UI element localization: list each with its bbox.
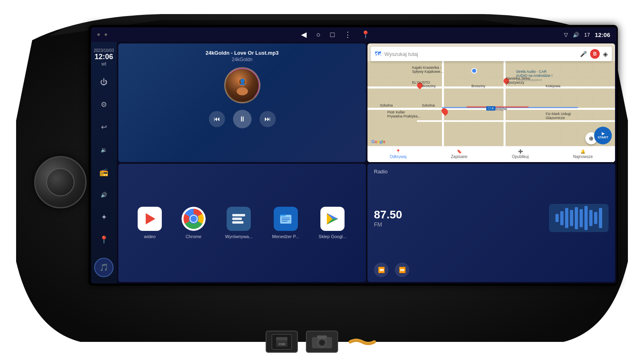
radio-bar-9 (594, 212, 597, 224)
radio-bar-2 (560, 211, 564, 225)
radio-title: Radio (374, 169, 609, 175)
app-sklep[interactable]: Sklep Googl... (319, 207, 347, 239)
map-label-szkolna1: Szkolna (380, 103, 393, 107)
map-tab-opublikuj[interactable]: ➕ Opublikuj (512, 149, 529, 159)
map-search-bar[interactable]: 🗺 Wyszukaj tutaj 🎤 B ◈ (371, 47, 612, 61)
prev-button[interactable]: ⏮ (209, 111, 225, 127)
radio-frequency: 87.50 (374, 208, 402, 221)
app-icon-wideo (138, 207, 162, 231)
radio-next-button[interactable]: ⏩ (395, 263, 409, 277)
app-wyrownywarka[interactable]: Wyrównywa... (225, 207, 252, 239)
map-pin-kajaki (471, 68, 477, 74)
sidebar-power[interactable]: ⏻ (97, 75, 111, 89)
left-knob[interactable] (34, 156, 87, 208)
radio-bar-7 (584, 206, 588, 230)
map-user-avatar[interactable]: B (590, 49, 600, 59)
svg-rect-8 (232, 214, 245, 216)
map-label-kajaki: Kajaki Krasieńka -Spływy Kajakowe... (412, 66, 444, 74)
map-background: Kajaki Krasieńka -Spływy Kajakowe... Dan… (367, 61, 615, 146)
menu-button[interactable]: ⋮ (344, 30, 351, 39)
app-label-menedzer: Menedżer P... (272, 234, 299, 239)
thumbnail-sdcard: 2GB (266, 331, 298, 353)
app-label-chrome: Chrome (186, 234, 201, 239)
app-icon-wyrownywarka (227, 207, 251, 231)
voice-button-sidebar[interactable]: 🎵 (94, 258, 114, 277)
sidebar-back[interactable]: ↩ (97, 120, 111, 134)
home-button[interactable]: ○ (316, 31, 321, 39)
radio-bar-1 (555, 214, 559, 222)
radio-prev-button[interactable]: ⏪ (374, 263, 388, 277)
pause-button[interactable]: ⏸ (233, 110, 252, 128)
left-knob-inner (46, 168, 74, 196)
sidebar-volume-down[interactable]: 🔉 (97, 142, 111, 157)
music-title: 24kGoldn - Love Or Lust.mp3 (206, 50, 279, 56)
map-search-placeholder: Wyszukaj tutaj (384, 51, 577, 57)
map-tab-odkrywaj[interactable]: 📍 Odkrywaj (390, 149, 407, 159)
map-mic-icon[interactable]: 🎤 (580, 51, 587, 57)
svg-rect-17 (276, 337, 287, 340)
status-time: 12:06 (595, 31, 610, 38)
radio-freq-area: 87.50 FM (374, 208, 402, 228)
sidebar-location[interactable]: 📍 (97, 232, 111, 247)
radio-visualizer (549, 204, 609, 232)
back-button[interactable]: ◀ (301, 30, 307, 39)
app-wideo[interactable]: wideo (138, 207, 162, 239)
status-dot-1 (97, 33, 100, 36)
map-label-szkolna2: Szkolna (422, 103, 435, 107)
thumbnails: 2GB (266, 331, 378, 353)
svg-text:2GB: 2GB (279, 342, 285, 346)
sidebar-date-display: 2023/10/03 12:06 wt (94, 48, 114, 67)
radio-bar-3 (565, 208, 568, 228)
map-road-h1 (367, 86, 615, 88)
status-left (97, 33, 107, 36)
map-krasiejow-badge: ⬡ K (486, 106, 495, 111)
svg-rect-12 (280, 215, 286, 216)
map-road-v1 (442, 61, 444, 146)
map-compass-icon[interactable]: ◈ (603, 50, 608, 58)
thumbnail-cables (346, 331, 378, 353)
svg-rect-22 (317, 335, 327, 339)
svg-rect-10 (232, 221, 244, 224)
progress-ring (225, 68, 260, 103)
app-label-wyrownywarka: Wyrównywa... (225, 234, 252, 239)
map-google-icon: 🗺 (375, 50, 381, 58)
sidebar-volume-up[interactable]: 🔊 (97, 187, 111, 202)
app-chrome[interactable]: Chrome (182, 207, 206, 239)
radio-bar-4 (570, 210, 573, 226)
status-dot-2 (105, 33, 107, 36)
map-tab-najnowsze[interactable]: 🔔 Najnowsze (573, 149, 593, 159)
map-bottom-bar: 📍 Odkrywaj 🔖 Zapisane ➕ Opublikuj 🔔 Najn… (367, 146, 615, 162)
map-tab-zapisane[interactable]: 🔖 Zapisane (451, 149, 467, 159)
app-icon-menedzer (274, 207, 298, 231)
volume-level: 17 (584, 32, 590, 38)
map-panel: 🗺 Wyszukaj tutaj 🎤 B ◈ (367, 43, 615, 162)
app-label-wideo: wideo (144, 234, 156, 239)
status-bar: ◀ ○ □ ⋮ 📍 ▽ 🔊 17 12:06 (91, 27, 617, 42)
sidebar-settings[interactable]: ⚙ (97, 97, 111, 112)
radio-band: FM (374, 221, 402, 228)
radio-bar-6 (580, 209, 583, 227)
main-content: 24kGoldn - Love Or Lust.mp3 24kGoldn 👤 ⏮… (117, 42, 617, 284)
map-label-strefa: Strefa Audio - CARAUDIO na Androidzie !O… (516, 70, 553, 82)
next-button[interactable]: ⏭ (260, 111, 276, 127)
sidebar-radio[interactable]: 📻 (97, 165, 111, 179)
radio-bar-8 (589, 210, 592, 226)
thumbnail-camera (306, 331, 338, 353)
wifi-icon: ▽ (564, 32, 568, 38)
svg-point-7 (190, 216, 197, 222)
location-nav-button[interactable]: 📍 (361, 30, 370, 39)
apps-panel: wideo (118, 164, 366, 282)
app-icon-sklep (320, 207, 345, 231)
music-controls: ⏮ ⏸ ⏭ (209, 110, 276, 128)
radio-controls: ⏪ ⏩ (374, 263, 609, 277)
radio-bar-5 (575, 207, 578, 229)
sidebar-bluetooth[interactable]: ✦ (97, 210, 111, 224)
sidebar: 2023/10/03 12:06 wt ⏻ ⚙ ↩ 🔉 📻 🔊 ✦ 📍 🎵 (91, 42, 117, 284)
recent-button[interactable]: □ (330, 31, 335, 39)
sdcard-icon: 2GB (272, 334, 292, 350)
app-menedzer[interactable]: Menedżer P... (272, 207, 299, 239)
map-label-piotr: Piotr KellerPrywatna Praktyka... (387, 110, 421, 118)
radio-panel: Radio 87.50 FM (367, 164, 615, 282)
map-start-button[interactable]: ▶ START (594, 127, 612, 144)
google-logo: Google (372, 140, 385, 144)
